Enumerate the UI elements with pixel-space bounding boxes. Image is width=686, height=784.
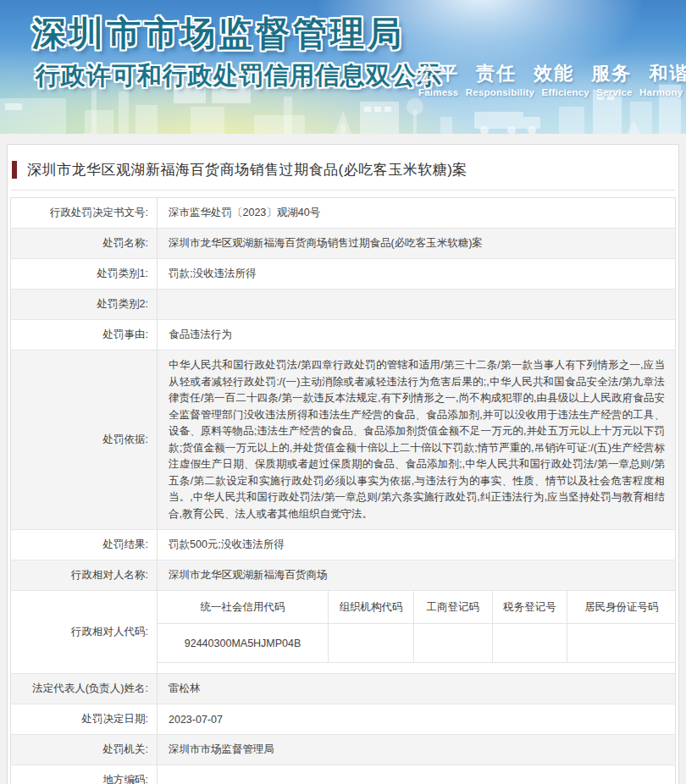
col-header-unified-credit-code: 统一社会信用代码 [158, 591, 329, 624]
row-label: 处罚决定日期: [11, 704, 158, 735]
row-value: 中华人民共和国行政处罚法/第四章行政处罚的管辖和适用/第三十二条/第一款当事人有… [158, 351, 676, 530]
penalty-info-table: 行政处罚决定书文号: 深市监华处罚〔2023〕观湖40号 处罚名称: 深圳市龙华… [10, 197, 676, 784]
table-row-party-codes: 行政相对人代码: 统一社会信用代码 组织机构代码 工商登记码 税务登记号 居民身… [11, 591, 676, 674]
title-divider [11, 190, 675, 190]
credit-code-value-row: 92440300MA5HJMP04B [158, 624, 675, 663]
row-value: 雷松林 [158, 674, 676, 704]
row-label: 法定代表人(负责人)姓名: [11, 674, 158, 704]
site-title: 深圳市市场监督管理局 [32, 10, 405, 57]
id-number-value [567, 624, 675, 663]
slogan-english: Faimess Responsibility Efficiency Servic… [418, 87, 683, 97]
table-row-penalty-result: 处罚结果: 罚款500元;没收违法所得 [11, 530, 676, 560]
case-title-block: 深圳市龙华区观湖新福海百货商场销售过期食品(必吃客玉米软糖)案 [12, 160, 667, 179]
table-row-penalty-name: 处罚名称: 深圳市龙华区观湖新福海百货商场销售过期食品(必吃客玉米软糖)案 [11, 229, 676, 259]
row-label: 处罚结果: [11, 530, 158, 560]
row-label: 处罚机关: [11, 735, 158, 765]
tax-reg-code-value [492, 624, 567, 663]
row-value: 罚款500元;没收违法所得 [158, 530, 676, 560]
row-label: 行政处罚决定书文号: [11, 198, 158, 229]
row-value [158, 765, 676, 784]
table-row-legal-representative: 法定代表人(负责人)姓名: 雷松林 [11, 674, 676, 704]
content-panel: 深圳市龙华区观湖新福海百货商场销售过期食品(必吃客玉米软糖)案 行政处罚决定书文… [7, 144, 679, 784]
table-row-penalty-category-2: 处罚类别2: [11, 290, 676, 320]
row-label: 处罚类别2: [11, 290, 158, 320]
col-header-tax-reg-code: 税务登记号 [492, 591, 567, 624]
row-value [158, 290, 676, 320]
row-value: 统一社会信用代码 组织机构代码 工商登记码 税务登记号 居民身份证号码 9244… [158, 591, 676, 674]
table-row-decision-number: 行政处罚决定书文号: 深市监华处罚〔2023〕观湖40号 [11, 198, 676, 229]
row-value: 2023-07-07 [158, 704, 676, 735]
site-subtitle: 行政许可和行政处罚信用信息双公示 [36, 59, 442, 93]
row-label: 处罚事由: [11, 320, 158, 351]
row-label: 处罚依据: [11, 351, 158, 530]
table-row-penalty-authority: 处罚机关: 深圳市市场监督管理局 [11, 735, 676, 765]
table-row-penalty-category-1: 处罚类别1: 罚款;没收违法所得 [11, 259, 676, 290]
col-header-business-reg-code: 工商登记码 [413, 591, 492, 624]
business-reg-code-value [413, 624, 492, 663]
row-value: 深市监华处罚〔2023〕观湖40号 [158, 198, 676, 229]
page-root: 深圳市市场监督管理局 行政许可和行政处罚信用信息双公示 公平 责任 效能 服务 … [0, 0, 686, 784]
row-value: 深圳市市场监督管理局 [158, 735, 676, 765]
row-value: 食品违法行为 [158, 320, 676, 351]
org-code-value [329, 624, 414, 663]
table-row-party-name: 行政相对人名称: 深圳市龙华区观湖新福海百货商场 [11, 560, 676, 591]
row-label: 行政相对人代码: [11, 591, 158, 674]
table-row-local-code: 地方编码: [11, 765, 676, 784]
row-value: 深圳市龙华区观湖新福海百货商场 [158, 560, 676, 591]
table-row-penalty-reason: 处罚事由: 食品违法行为 [11, 320, 676, 351]
col-header-org-code: 组织机构代码 [329, 591, 414, 624]
site-banner: 深圳市市场监督管理局 行政许可和行政处罚信用信息双公示 公平 责任 效能 服务 … [0, 0, 686, 134]
table-row-penalty-basis: 处罚依据: 中华人民共和国行政处罚法/第四章行政处罚的管辖和适用/第三十二条/第… [11, 351, 676, 530]
slogan-chinese: 公平 责任 效能 服务 和谐 [418, 61, 686, 86]
table-row-decision-date: 处罚决定日期: 2023-07-07 [11, 704, 676, 735]
row-label: 处罚名称: [11, 229, 158, 259]
case-title: 深圳市龙华区观湖新福海百货商场销售过期食品(必吃客玉米软糖)案 [27, 160, 467, 179]
unified-credit-code-value: 92440300MA5HJMP04B [158, 624, 329, 663]
credit-code-table: 统一社会信用代码 组织机构代码 工商登记码 税务登记号 居民身份证号码 9244… [158, 591, 675, 663]
row-label: 地方编码: [11, 765, 158, 784]
row-label: 处罚类别1: [11, 259, 158, 290]
row-value: 深圳市龙华区观湖新福海百货商场销售过期食品(必吃客玉米软糖)案 [158, 229, 676, 259]
row-label: 行政相对人名称: [11, 560, 158, 591]
credit-code-header-row: 统一社会信用代码 组织机构代码 工商登记码 税务登记号 居民身份证号码 [158, 591, 675, 624]
row-value: 罚款;没收违法所得 [158, 259, 676, 290]
col-header-id-number: 居民身份证号码 [567, 591, 675, 624]
title-accent-bar [12, 161, 17, 179]
